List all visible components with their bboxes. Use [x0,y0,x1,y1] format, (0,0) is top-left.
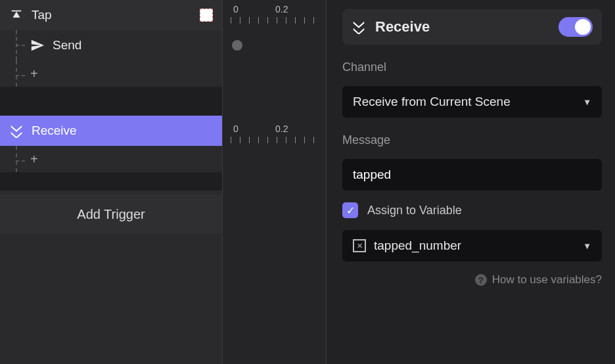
timeline-ruler: 0 0.2 [223,120,326,150]
add-trigger-button[interactable]: Add Trigger [0,194,222,234]
trigger-label: Send [53,38,213,53]
spacer [223,60,326,91]
timeline-ruler: 0 0.2 [223,0,326,30]
add-child-action[interactable]: + [0,60,222,87]
tick-marks [231,17,321,24]
chevron-down-icon: ▼ [583,241,591,251]
help-link[interactable]: ? How to use variables? [342,273,602,286]
channel-value: Receive from Current Scene [353,95,511,109]
tick-label: 0.2 [275,124,288,134]
chevron-down-icon: ▼ [583,97,591,107]
tick-label: 0 [233,124,239,134]
add-trigger-label: Add Trigger [77,207,145,222]
send-icon [30,38,45,53]
plus-icon: + [18,152,38,167]
message-label: Message [342,133,602,147]
trigger-row-receive[interactable]: Receive [0,116,222,146]
channel-select[interactable]: Receive from Current Scene ▼ [342,86,602,118]
checkbox-icon: ✓ [342,202,358,218]
enabled-toggle[interactable] [558,17,593,37]
message-value: tapped [353,168,391,182]
variable-value: tapped_number [374,239,461,253]
variable-select[interactable]: ✕ tapped_number ▼ [342,230,602,262]
help-icon: ? [475,274,487,286]
checkbox-label: Assign to Variable [367,204,462,217]
color-swatch[interactable] [200,9,213,22]
spacer [0,172,222,191]
tick-label: 0 [233,4,239,14]
variable-icon: ✕ [353,239,366,252]
plus-icon: + [18,66,38,81]
message-input[interactable]: tapped [342,159,602,191]
channel-label: Channel [342,60,602,74]
timeline-column: 0 0.2 0 0.2 [222,0,326,364]
trigger-tree-panel: Tap Send + Receive + Add Trigger [0,0,222,364]
keyframe-dot[interactable] [232,40,242,51]
receive-icon [352,20,366,34]
inspector-panel: Receive Channel Receive from Current Sce… [326,0,615,364]
tick-marks [231,137,321,143]
timeline-track[interactable] [223,30,326,60]
inspector-header: Receive [342,9,602,45]
trigger-label: Receive [32,124,213,138]
inspector-title: Receive [375,18,430,35]
receive-icon [9,124,24,138]
tap-icon [9,8,24,22]
trigger-label: Tap [32,8,192,22]
add-child-action[interactable]: + [0,146,222,172]
trigger-row-send[interactable]: Send [0,30,222,60]
help-text: How to use variables? [492,273,602,286]
spacer [223,91,326,120]
assign-to-variable-checkbox[interactable]: ✓ Assign to Variable [342,202,602,218]
tick-label: 0.2 [275,4,288,14]
trigger-row-tap[interactable]: Tap [0,0,222,30]
spacer [0,87,222,116]
